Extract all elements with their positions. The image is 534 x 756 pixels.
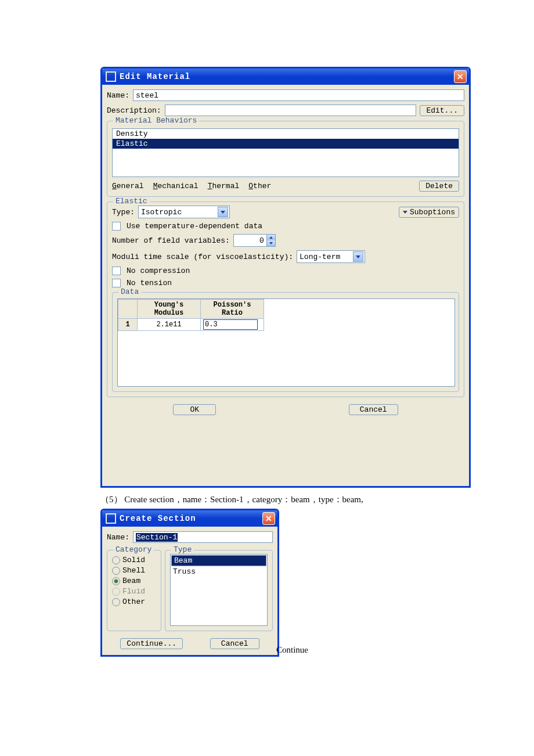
data-legend: Data: [118, 287, 141, 296]
name-input[interactable]: [133, 89, 464, 101]
fieldvars-spinner[interactable]: [233, 234, 276, 247]
tempdep-label: Use temperature-dependent data: [127, 222, 262, 231]
poisson-input[interactable]: [203, 319, 258, 330]
app-icon: [106, 71, 116, 82]
moduli-label: Moduli time scale (for viscoelasticity):: [112, 253, 293, 261]
menu-mechanical[interactable]: Mechanical: [153, 182, 199, 190]
table-row[interactable]: 1 2.1e11: [118, 319, 264, 331]
name-label: Name:: [107, 91, 129, 100]
app-icon: [106, 513, 116, 524]
type-legend: Type: [171, 545, 194, 554]
behaviors-list[interactable]: Density Elastic: [112, 128, 459, 177]
fieldvars-label: Number of field variables:: [112, 236, 230, 245]
suboptions-button[interactable]: Suboptions: [399, 207, 459, 218]
close-icon[interactable]: ✕: [262, 512, 275, 525]
type-list[interactable]: Beam Truss: [170, 554, 268, 626]
edit-material-dialog: Edit Material ✕ Name: Description: Edit.…: [100, 67, 471, 488]
notension-label: No tension: [127, 279, 172, 287]
chevron-down-icon[interactable]: [353, 251, 363, 262]
nocompression-label: No compression: [127, 267, 190, 275]
ok-button[interactable]: OK: [173, 404, 216, 415]
menu-other[interactable]: Other: [248, 182, 271, 190]
edit-description-button[interactable]: Edit...: [420, 105, 464, 116]
menu-thermal[interactable]: Thermal: [208, 182, 240, 190]
behavior-item-elastic[interactable]: Elastic: [113, 139, 459, 149]
data-group: Data Young'sModulus Poisson'sRatio 1 2.1…: [112, 292, 459, 392]
titlebar[interactable]: Create Section ✕: [102, 510, 277, 527]
cell-poissons-ratio[interactable]: [201, 319, 264, 331]
col-youngs-modulus: Young'sModulus: [138, 300, 201, 319]
chevron-down-icon[interactable]: [218, 207, 228, 217]
notension-checkbox[interactable]: [112, 279, 121, 287]
type-select[interactable]: Isotropic: [138, 206, 230, 218]
section-name-input[interactable]: Section-1: [133, 531, 273, 543]
elastic-group: Elastic Type: Isotropic Suboptions Us: [107, 201, 464, 397]
moduli-select[interactable]: Long-term: [297, 250, 365, 263]
type-label: Type:: [112, 208, 135, 217]
material-behaviors-legend: Material Behaviors: [113, 116, 199, 125]
row-number: 1: [118, 319, 138, 331]
table-corner: [118, 300, 138, 319]
trailing-text: Continue: [276, 645, 308, 655]
nocompression-checkbox[interactable]: [112, 267, 121, 275]
create-section-dialog: Create Section ✕ Name: Section-1 Categor…: [100, 509, 279, 657]
radio-solid[interactable]: Solid: [112, 556, 156, 564]
cancel-button[interactable]: Cancel: [210, 638, 259, 649]
type-select-value: Isotropic: [141, 208, 215, 217]
description-input[interactable]: [165, 105, 417, 116]
type-item-truss[interactable]: Truss: [171, 567, 267, 577]
titlebar[interactable]: Edit Material ✕: [102, 69, 469, 85]
data-table[interactable]: Young'sModulus Poisson'sRatio 1 2.1e11: [117, 298, 455, 387]
category-group: Category Solid Shell Beam Fluid Other: [107, 550, 161, 631]
fieldvars-input[interactable]: [234, 235, 266, 246]
spinner-up-icon[interactable]: [266, 235, 275, 240]
radio-fluid: Fluid: [112, 587, 156, 596]
description-label: Description:: [107, 106, 161, 115]
behavior-item-density[interactable]: Density: [113, 129, 459, 139]
menu-general[interactable]: General: [112, 182, 144, 190]
type-group: Type Beam Truss: [165, 550, 273, 631]
type-item-beam[interactable]: Beam: [171, 555, 266, 566]
category-legend: Category: [113, 545, 154, 554]
delete-button[interactable]: Delete: [419, 181, 459, 192]
moduli-select-value: Long-term: [300, 253, 351, 261]
col-poissons-ratio: Poisson'sRatio: [201, 300, 264, 319]
cancel-button[interactable]: Cancel: [349, 404, 398, 415]
tempdep-checkbox[interactable]: [112, 222, 121, 231]
step-caption: （5） Create section，name：Section-1，catego…: [100, 494, 363, 505]
close-icon[interactable]: ✕: [454, 70, 467, 83]
continue-button[interactable]: Continue...: [120, 638, 183, 649]
radio-beam[interactable]: Beam: [112, 577, 156, 585]
cell-youngs-modulus[interactable]: 2.1e11: [138, 319, 201, 331]
window-title: Create Section: [120, 514, 259, 523]
window-title: Edit Material: [120, 72, 450, 81]
triangle-down-icon: [403, 211, 407, 214]
elastic-legend: Elastic: [113, 197, 150, 206]
radio-other[interactable]: Other: [112, 597, 156, 606]
radio-shell[interactable]: Shell: [112, 566, 156, 575]
name-label: Name:: [107, 533, 129, 542]
material-behaviors-group: Material Behaviors Density Elastic Gener…: [107, 121, 464, 197]
spinner-down-icon[interactable]: [266, 240, 275, 246]
